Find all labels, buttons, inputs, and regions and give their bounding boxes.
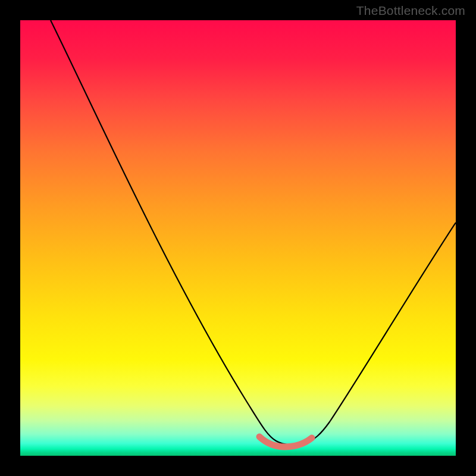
curve-layer [20, 20, 456, 456]
plot-area [20, 20, 456, 456]
bottleneck-curve [51, 20, 456, 445]
watermark-text: TheBottleneck.com [356, 4, 465, 18]
chart-frame: TheBottleneck.com [0, 0, 476, 476]
optimal-zone-highlight [259, 437, 312, 447]
